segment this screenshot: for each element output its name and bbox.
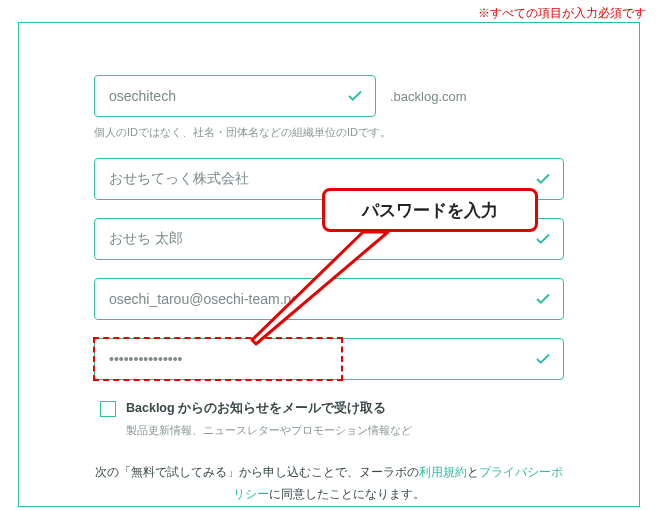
check-icon xyxy=(534,170,552,188)
terms-link[interactable]: 利用規約 xyxy=(419,465,467,479)
check-icon xyxy=(534,350,552,368)
password-block xyxy=(94,338,564,380)
signup-form-panel: .backlog.com 個人のIDではなく、社名・団体名などの組織単位のIDで… xyxy=(18,22,640,507)
space-id-row: .backlog.com xyxy=(94,75,564,117)
newsletter-checkbox[interactable] xyxy=(100,401,116,417)
check-icon xyxy=(534,290,552,308)
newsletter-label: Backlog からのお知らせをメールで受け取る xyxy=(126,400,386,417)
required-note: ※すべての項目が入力必須です xyxy=(478,5,646,22)
newsletter-row: Backlog からのお知らせをメールで受け取る xyxy=(100,400,564,417)
space-id-input[interactable] xyxy=(94,75,376,117)
callout-text: パスワードを入力 xyxy=(362,199,498,222)
terms-text: 次の「無料で試してみる」から申し込むことで、ヌーラボの利用規約とプライバシーポリ… xyxy=(94,462,564,505)
callout-bubble: パスワードを入力 xyxy=(322,188,538,232)
email-block xyxy=(94,278,564,320)
check-icon xyxy=(346,87,364,105)
password-input[interactable] xyxy=(94,338,564,380)
space-id-suffix: .backlog.com xyxy=(390,89,467,104)
email-input[interactable] xyxy=(94,278,564,320)
check-icon xyxy=(534,230,552,248)
newsletter-sub: 製品更新情報、ニュースレターやプロモーション情報など xyxy=(126,423,564,438)
space-id-wrap xyxy=(94,75,376,117)
space-id-helper: 個人のIDではなく、社名・団体名などの組織単位のIDです。 xyxy=(94,125,564,140)
